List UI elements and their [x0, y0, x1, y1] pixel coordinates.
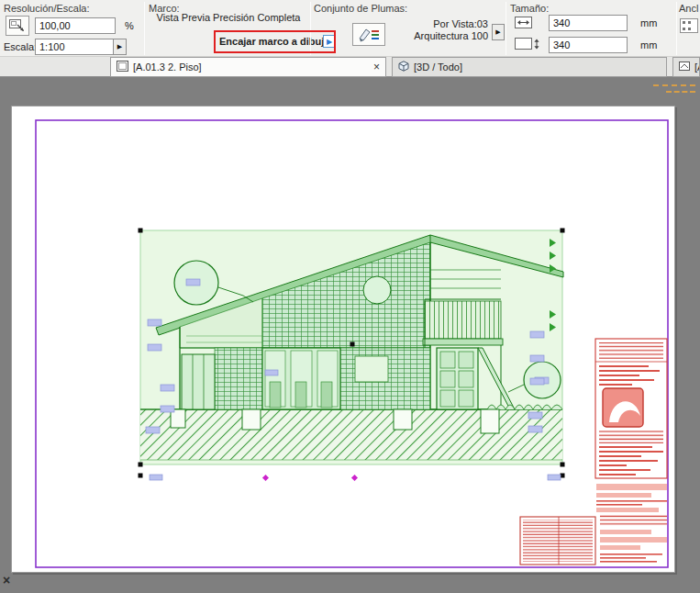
annotation-highlight-box — [214, 30, 336, 53]
pen-set-line2: Arquitectura 100 — [389, 30, 488, 42]
pen-set-popup-arrow-icon[interactable]: ▶ — [492, 24, 505, 40]
resolution-section-label: Resolución/Escala: — [4, 3, 90, 14]
view-tab-bar: [A.01.3 2. Piso] × [3D / Todo] [Alz — [0, 57, 700, 77]
tab-close-icon[interactable]: × — [373, 62, 380, 73]
pen-set-value: Por Vista:03 Arquitectura 100 — [389, 18, 488, 42]
height-icon — [514, 37, 541, 53]
cube-3d-icon — [398, 61, 409, 73]
tab-elevation-partial[interactable]: [Alz — [672, 57, 700, 77]
size-section-label: Tamaño: — [510, 3, 549, 14]
section-divider — [506, 2, 506, 55]
scale-label: Escala: — [4, 41, 37, 52]
layout-paper-sheet[interactable] — [11, 106, 675, 573]
resolution-icon[interactable] — [6, 16, 29, 36]
tab-elevation-label: [Alz — [694, 62, 700, 73]
section-divider — [676, 2, 677, 55]
annotation-dash-mark — [666, 91, 695, 93]
resolution-input[interactable] — [35, 17, 116, 34]
anchor-section-label: Ancl — [679, 3, 698, 14]
height-input[interactable] — [549, 37, 628, 53]
tab-3d-label: [3D / Todo] — [414, 62, 462, 73]
pen-set-icon[interactable] — [352, 23, 385, 46]
pens-section-label: Conjunto de Plumas: — [314, 3, 407, 14]
elevation-drawing[interactable] — [140, 230, 563, 464]
scale-value: 1:100 — [36, 41, 113, 52]
pen-set-line1: Por Vista:03 — [389, 18, 488, 30]
tab-3d[interactable]: [3D / Todo] — [392, 57, 667, 77]
percent-label: % — [125, 20, 134, 31]
height-unit: mm — [640, 39, 657, 50]
preview-option[interactable]: Vista Previa Precisión Completa — [147, 12, 310, 23]
width-icon — [514, 16, 541, 32]
width-unit: mm — [640, 17, 657, 28]
origin-marker-icon: × — [3, 574, 10, 587]
scale-dropdown[interactable]: 1:100 ▶ — [35, 39, 127, 55]
layout-paper-svg — [12, 106, 674, 572]
annotation-dash-mark — [653, 84, 695, 86]
settings-toolbar: Resolución/Escala: % Escala: 1:100 ▶ Mar… — [0, 0, 700, 57]
width-input[interactable] — [549, 15, 628, 31]
layout-canvas[interactable]: × — [0, 77, 700, 593]
scale-popup-arrow-icon[interactable]: ▶ — [113, 39, 126, 54]
tab-layout-a013[interactable]: [A.01.3 2. Piso] × — [110, 57, 386, 77]
layout-sheet-icon — [117, 61, 128, 73]
section-divider — [144, 2, 145, 55]
anchor-point-selector[interactable] — [680, 18, 698, 33]
tab-layout-label: [A.01.3 2. Piso] — [133, 62, 202, 73]
elevation-view-icon — [679, 61, 690, 73]
